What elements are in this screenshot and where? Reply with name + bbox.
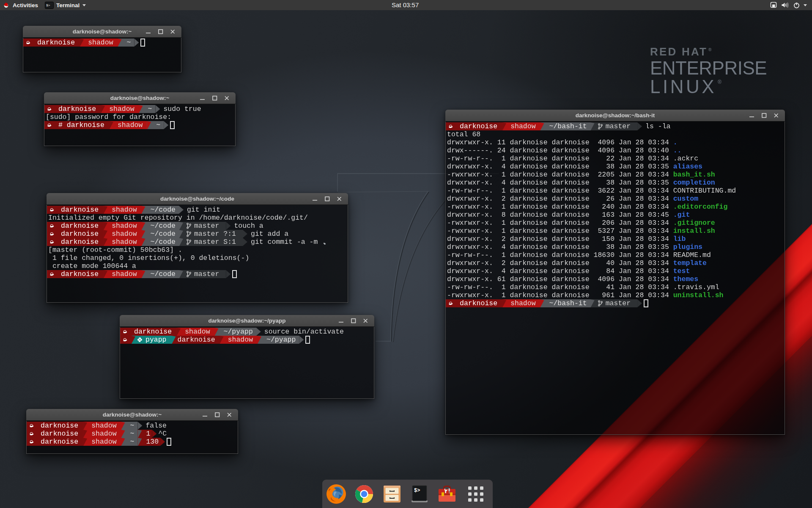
svg-text:$>: $> bbox=[414, 488, 420, 494]
svg-text:$>: $> bbox=[46, 3, 50, 7]
